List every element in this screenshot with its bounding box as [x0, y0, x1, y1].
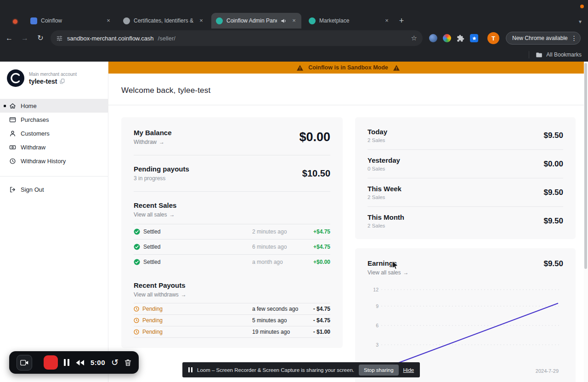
sidebar-item-customers[interactable]: Customers — [0, 126, 108, 140]
screen-recorder-toolbar: 5:00 ↺ — [9, 351, 139, 374]
restart-recording-button[interactable]: ↺ — [111, 358, 119, 367]
sidebar-nav: Home Purchases Customers Withdraw Withdr… — [0, 99, 108, 168]
pause-record-button[interactable] — [64, 359, 69, 366]
camera-button[interactable] — [17, 355, 32, 371]
payout-row[interactable]: Pending 5 minutes ago - $4.75 — [134, 314, 330, 326]
payout-time: a few seconds ago — [252, 306, 302, 312]
sign-out-button[interactable]: Sign Out — [0, 182, 108, 196]
view-all-sales-link[interactable]: View all sales→ — [134, 211, 330, 218]
sidebar-item-label: Purchases — [21, 116, 49, 123]
tab-marketplace[interactable]: Marketplace × — [304, 13, 394, 29]
balance-card: My Balance Withdraw→ $0.00 Pending payou… — [121, 117, 343, 348]
payout-amount: - $4.75 — [313, 317, 330, 324]
settled-check-icon — [134, 228, 140, 235]
sale-row[interactable]: Settled a month ago +$0.00 — [134, 254, 330, 269]
stat-sub: 2 Sales — [368, 194, 401, 200]
sale-row[interactable]: Settled 6 minutes ago +$4.75 — [134, 239, 330, 254]
update-label: New Chrome available — [512, 35, 568, 41]
folder-icon — [536, 51, 543, 58]
earnings-view-all-sales-link[interactable]: View all sales→ — [368, 269, 408, 276]
sidebar: Main merchant account tylee-test Home Pu… — [0, 62, 108, 382]
sandbox-banner-text: Coinflow is in Sandbox Mode — [308, 64, 388, 71]
tab-certificates[interactable]: Certificates, Identifiers & Pro... × — [119, 13, 209, 29]
extension-bookmark-icon[interactable] — [470, 34, 478, 42]
sale-row[interactable]: Settled 2 minutes ago +$4.75 — [134, 224, 330, 239]
tab-close-icon[interactable]: × — [105, 17, 112, 24]
loom-sharing-bar: Loom – Screen Recorder & Screen Capture … — [182, 362, 420, 377]
pending-clock-icon — [134, 329, 139, 335]
stat-label: Yesterday — [368, 156, 400, 164]
sidebar-item-withdraw[interactable]: Withdraw — [0, 140, 108, 154]
copy-icon[interactable] — [60, 79, 65, 84]
sign-out-label: Sign Out — [21, 186, 44, 193]
payout-amount: - $1.00 — [313, 329, 330, 335]
menu-kebab-icon[interactable]: ⋮ — [571, 34, 577, 42]
url-host: sandbox-merchant.coinflow.cash — [67, 35, 154, 42]
hide-sharing-bar-link[interactable]: Hide — [403, 367, 414, 373]
new-tab-button[interactable]: + — [396, 16, 407, 27]
tab-close-icon[interactable]: × — [383, 17, 390, 24]
back-button[interactable]: ← — [3, 32, 16, 45]
payout-status: Pending — [142, 329, 163, 335]
rewind-button[interactable] — [75, 359, 85, 366]
sidebar-item-label: Withdraw — [21, 144, 45, 151]
stop-record-button[interactable] — [44, 355, 58, 370]
extension-privacy-icon[interactable] — [429, 34, 437, 42]
sale-status: Settled — [143, 259, 160, 265]
pending-payouts-amount: $10.50 — [302, 168, 330, 179]
stat-row-yesterday: Yesterday 0 Sales $0.00 — [368, 150, 563, 178]
arrow-right-icon: → — [403, 269, 408, 276]
pending-clock-icon — [134, 318, 139, 323]
header-divider — [108, 105, 588, 105]
loom-pause-icon — [188, 367, 192, 372]
trash-icon — [124, 359, 131, 366]
tab-coinflow-admin-panel[interactable]: Coinflow Admin Panel × — [211, 13, 301, 29]
sidebar-item-home[interactable]: Home — [0, 99, 108, 113]
extensions-puzzle-icon[interactable] — [457, 34, 464, 42]
withdraw-history-icon — [9, 158, 16, 165]
sale-status: Settled — [143, 244, 160, 250]
payout-row[interactable]: Pending a few seconds ago - $4.75 — [134, 303, 330, 314]
reload-button[interactable]: ↻ — [34, 32, 47, 45]
arrow-right-icon: → — [169, 211, 175, 218]
tab-audio-icon[interactable] — [281, 18, 287, 24]
sign-out-icon — [9, 186, 16, 193]
sale-time: 2 minutes ago — [252, 228, 313, 235]
payout-time: 5 minutes ago — [252, 317, 302, 324]
chrome-update-button[interactable]: New Chrome available ⋮ — [506, 32, 581, 45]
address-bar[interactable]: sandbox-merchant.coinflow.cash/seller/ ☆ — [51, 30, 423, 46]
forward-button[interactable]: → — [18, 32, 31, 45]
sidebar-item-purchases[interactable]: Purchases — [0, 113, 108, 126]
site-settings-icon[interactable] — [56, 35, 63, 42]
sidebar-item-label: Home — [21, 103, 37, 109]
tab-close-icon[interactable]: × — [290, 17, 298, 24]
x-axis-date-label: 2024-7-29 — [536, 368, 559, 374]
profile-avatar[interactable]: T — [487, 32, 499, 44]
scrollbar-thumb[interactable] — [584, 63, 587, 269]
screen: Coinflow × Certificates, Identifiers & P… — [0, 0, 588, 382]
payout-time: 19 minutes ago — [252, 329, 302, 335]
warning-icon — [297, 65, 303, 71]
stop-sharing-button[interactable]: Stop sharing — [359, 365, 399, 376]
bookmark-star-icon[interactable]: ☆ — [411, 34, 417, 42]
tab-close-icon[interactable]: × — [198, 17, 205, 24]
earnings-title: Earnings — [368, 259, 408, 267]
withdraw-link[interactable]: Withdraw→ — [134, 139, 172, 145]
payout-status: Pending — [142, 306, 163, 312]
stat-amount: $0.00 — [543, 160, 563, 169]
all-bookmarks-button[interactable]: All Bookmarks — [546, 51, 582, 58]
payout-row[interactable]: Pending 19 minutes ago - $1.00 — [134, 326, 330, 338]
tab-label: Marketplace — [319, 17, 379, 24]
bookmarks-bar: All Bookmarks — [0, 48, 588, 62]
sidebar-item-withdraw-history[interactable]: Withdraw History — [0, 154, 108, 168]
page-scrollbar — [584, 62, 588, 382]
balance-title: My Balance — [134, 129, 172, 137]
delete-recording-button[interactable] — [124, 359, 131, 366]
tab-coinflow[interactable]: Coinflow × — [26, 13, 116, 29]
view-all-withdraws-link[interactable]: View all withdraws→ — [134, 291, 330, 298]
earnings-amount: $9.50 — [543, 259, 563, 268]
extension-colorful-icon[interactable] — [443, 34, 451, 42]
tab-list-chevron-icon[interactable]: ▾ — [576, 17, 585, 27]
recording-indicator-icon — [13, 19, 17, 24]
y-tick-9: 9 — [376, 303, 379, 309]
